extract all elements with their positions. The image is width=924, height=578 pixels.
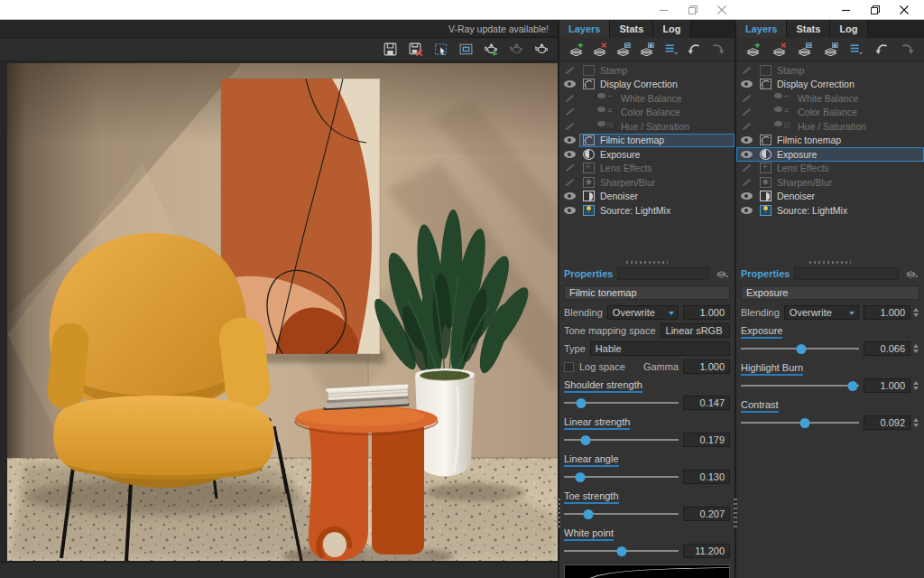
restore-button[interactable] xyxy=(861,0,890,20)
type-select[interactable]: Hable xyxy=(590,341,730,356)
add-layer-icon[interactable] xyxy=(743,42,763,57)
log-space-checkbox[interactable] xyxy=(564,362,574,372)
slider-handle[interactable] xyxy=(796,344,806,354)
layer-row[interactable]: Sharpen/Blur xyxy=(559,175,735,190)
spinner[interactable] xyxy=(911,415,919,430)
layer-options-icon[interactable] xyxy=(845,42,866,57)
slider-label[interactable]: Contrast xyxy=(741,399,779,413)
visibility-toggle[interactable] xyxy=(736,207,756,214)
save-image-icon[interactable] xyxy=(382,41,399,58)
layer-row[interactable]: Display Correction xyxy=(736,78,924,92)
slider-label[interactable]: Highlight Burn xyxy=(741,362,803,376)
restore-button-inactive[interactable] xyxy=(679,0,707,20)
properties-splitter-handle[interactable] xyxy=(559,258,735,266)
update-banner[interactable]: V-Ray update available! xyxy=(0,20,558,38)
blending-select[interactable]: Overwrite xyxy=(607,305,679,320)
undo-icon[interactable] xyxy=(872,42,892,57)
slider-label[interactable]: Linear angle xyxy=(564,453,619,467)
slider-handle[interactable] xyxy=(581,435,591,445)
save-layer-tree-icon[interactable] xyxy=(636,42,657,57)
layer-row[interactable]: Display Correction xyxy=(559,78,735,92)
layer-row[interactable]: Hue / Saturation xyxy=(736,119,924,134)
delete-layer-icon[interactable] xyxy=(589,42,610,57)
redo-icon[interactable] xyxy=(707,42,728,57)
slider-label[interactable]: White point xyxy=(564,527,614,541)
close-button-inactive[interactable] xyxy=(707,0,736,20)
panel-splitter-handle[interactable] xyxy=(558,20,559,578)
layer-row[interactable]: Denoiser xyxy=(736,190,924,204)
visibility-toggle[interactable] xyxy=(736,80,756,88)
slider-value-field[interactable]: 1.000 xyxy=(864,378,910,393)
layer-options-icon[interactable] xyxy=(661,42,681,57)
gamma-field[interactable]: 1.000 xyxy=(683,359,730,374)
properties-splitter-handle[interactable] xyxy=(736,258,924,266)
spinner[interactable] xyxy=(911,305,919,320)
visibility-toggle[interactable] xyxy=(736,95,756,102)
slider-handle[interactable] xyxy=(577,398,587,408)
slider-track[interactable] xyxy=(741,378,859,394)
slider-handle[interactable] xyxy=(799,418,809,428)
slider-track[interactable] xyxy=(564,432,679,448)
visibility-toggle[interactable] xyxy=(736,192,756,200)
add-layer-icon[interactable] xyxy=(566,42,587,57)
layer-row[interactable]: Hue / Saturation xyxy=(559,119,735,134)
visibility-toggle[interactable] xyxy=(736,136,756,144)
region-render-icon[interactable] xyxy=(457,41,475,58)
slider-value-field[interactable]: 0.179 xyxy=(683,433,730,447)
delete-layer-icon[interactable] xyxy=(769,42,790,57)
load-layer-tree-icon[interactable] xyxy=(613,42,633,57)
layer-row[interactable]: Source: LightMix xyxy=(736,203,924,218)
blending-amount-field[interactable]: 1.000 xyxy=(864,305,910,320)
save-layer-tree-icon[interactable] xyxy=(820,42,841,57)
slider-handle[interactable] xyxy=(575,472,585,482)
visibility-toggle[interactable] xyxy=(559,95,579,102)
layer-name-field[interactable]: Filmic tonemap xyxy=(564,285,730,300)
visibility-toggle[interactable] xyxy=(736,67,756,74)
track-mouse-region-icon[interactable] xyxy=(432,41,449,58)
slider-track[interactable] xyxy=(741,415,859,431)
slider-value-field[interactable]: 0.130 xyxy=(683,470,730,484)
slider-label[interactable]: Exposure xyxy=(741,325,782,339)
slider-track[interactable] xyxy=(564,543,679,559)
visibility-toggle[interactable] xyxy=(559,67,579,74)
slider-handle[interactable] xyxy=(848,381,858,391)
redo-icon[interactable] xyxy=(897,42,918,57)
tab[interactable]: Layers xyxy=(736,20,787,38)
layer-row[interactable]: Filmic tonemap xyxy=(736,134,924,148)
blending-amount-field[interactable]: 1.000 xyxy=(683,305,730,320)
layer-name-field[interactable]: Exposure xyxy=(741,285,919,300)
undo-icon[interactable] xyxy=(684,42,705,57)
slider-value-field[interactable]: 0.147 xyxy=(683,396,730,410)
tone-mapping-select[interactable]: Linear sRGB xyxy=(661,323,730,338)
blending-select[interactable]: Overwrite xyxy=(784,305,859,320)
layer-row[interactable]: Source: LightMix xyxy=(559,203,735,218)
slider-value-field[interactable]: 0.207 xyxy=(683,507,730,521)
slider-track[interactable] xyxy=(564,395,679,411)
slider-track[interactable] xyxy=(564,469,679,485)
slider-track[interactable] xyxy=(564,506,679,522)
minimize-button[interactable] xyxy=(832,0,861,20)
visibility-toggle[interactable] xyxy=(736,108,756,116)
visibility-toggle[interactable] xyxy=(559,123,579,130)
slider-label[interactable]: Shoulder strength xyxy=(564,379,642,393)
layer-row[interactable]: Denoiser xyxy=(559,190,735,204)
visibility-toggle[interactable] xyxy=(559,80,579,88)
layer-row[interactable]: Color Balance xyxy=(559,106,735,120)
slider-value-field[interactable]: 0.092 xyxy=(864,415,910,430)
visibility-toggle[interactable] xyxy=(559,179,579,186)
visibility-toggle[interactable] xyxy=(559,108,579,116)
tab[interactable]: Log xyxy=(830,20,867,38)
panel-splitter-handle-2[interactable] xyxy=(735,20,736,578)
spinner[interactable] xyxy=(911,378,919,393)
spinner[interactable] xyxy=(911,341,919,356)
slider-handle[interactable] xyxy=(583,509,593,519)
close-button[interactable] xyxy=(890,0,919,20)
visibility-toggle[interactable] xyxy=(559,164,579,172)
layer-row[interactable]: Exposure xyxy=(559,147,735,162)
visibility-toggle[interactable] xyxy=(736,164,756,172)
tab[interactable]: Stats xyxy=(787,20,830,38)
visibility-toggle[interactable] xyxy=(559,192,579,200)
layer-row[interactable]: White Balance xyxy=(736,91,924,106)
layer-row[interactable]: Lens Effects xyxy=(559,162,735,176)
slider-handle[interactable] xyxy=(616,546,626,556)
